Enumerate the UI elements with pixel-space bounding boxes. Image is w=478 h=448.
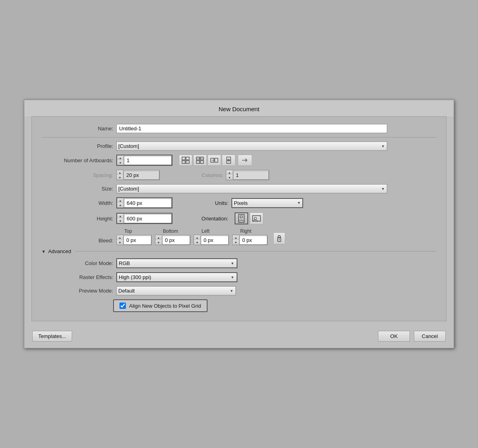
- bleed-right-up-btn[interactable]: ▲: [233, 235, 239, 240]
- arrange-down-icon-btn[interactable]: [222, 155, 235, 166]
- ok-button[interactable]: OK: [378, 331, 410, 342]
- align-checkbox[interactable]: [120, 303, 126, 309]
- width-up-btn[interactable]: ▲: [117, 198, 123, 203]
- portrait-btn[interactable]: [235, 212, 248, 224]
- grid-by-row-icon-btn[interactable]: [179, 155, 192, 166]
- spacing-label: Spacing:: [41, 172, 113, 178]
- bleed-bottom-spinner: ▲ ▼: [155, 235, 190, 245]
- profile-row: Profile: [Custom] Print Web Mobile Video…: [41, 141, 437, 151]
- advanced-label: Advanced: [48, 248, 71, 254]
- columns-input[interactable]: [233, 171, 269, 180]
- spacing-spinner-arrows: ▲ ▼: [117, 170, 123, 180]
- preview-mode-select-wrapper: Default Pixel Overprint: [116, 286, 236, 295]
- svg-point-17: [240, 216, 243, 218]
- svg-rect-6: [196, 161, 200, 163]
- spacing-row: Spacing: ▲ ▼ Columns: ▲ ▼: [41, 170, 437, 180]
- new-document-dialog: New Document Name: Profile: [Custom] Pri…: [24, 100, 454, 348]
- artboards-input[interactable]: [124, 156, 172, 165]
- bleed-right-spinner: ▲ ▼: [232, 235, 268, 245]
- color-mode-label: Color Mode:: [41, 260, 113, 266]
- grid-by-col-icon-btn[interactable]: [193, 155, 207, 166]
- height-down-btn[interactable]: ▼: [117, 218, 123, 223]
- width-spinner-arrows: ▲ ▼: [117, 198, 124, 208]
- name-label: Name:: [41, 126, 113, 132]
- bleed-left-arrows: ▲ ▼: [194, 235, 201, 245]
- advanced-header[interactable]: ▼ Advanced: [41, 248, 437, 254]
- bleed-fields: Top ▲ ▼ Bottom ▲ ▼: [116, 228, 285, 245]
- advanced-divider: [74, 251, 437, 252]
- units-select[interactable]: Pixels Inches Centimeters Millimeters Po…: [231, 198, 303, 208]
- svg-rect-1: [186, 157, 189, 160]
- landscape-btn[interactable]: [250, 212, 263, 224]
- size-row: Size: [Custom] Letter A4 A3 Tabloid: [41, 184, 437, 193]
- orientation-label: Orientation:: [172, 216, 228, 222]
- bleed-right-down-btn[interactable]: ▼: [233, 240, 239, 245]
- preview-mode-label: Preview Mode:: [41, 288, 113, 294]
- bleed-bottom-label: Bottom: [163, 228, 178, 234]
- spacing-up-btn[interactable]: ▲: [117, 170, 123, 175]
- spacing-spinner: ▲ ▼: [116, 170, 160, 180]
- preview-mode-select[interactable]: Default Pixel Overprint: [116, 286, 236, 295]
- height-up-btn[interactable]: ▲: [117, 214, 123, 218]
- templates-button[interactable]: Templates...: [32, 331, 72, 342]
- columns-label: Columns:: [192, 172, 223, 178]
- columns-down-btn[interactable]: ▼: [226, 175, 233, 180]
- advanced-content: Color Mode: RGB CMYK Raster Effects: Hig…: [41, 258, 437, 312]
- bleed-bottom-down-btn[interactable]: ▼: [155, 240, 162, 245]
- profile-select[interactable]: [Custom] Print Web Mobile Video and Film…: [116, 141, 387, 151]
- raster-effects-select[interactable]: High (300 ppi) Medium (150 ppi) Low (72 …: [117, 273, 237, 281]
- artboards-up-btn[interactable]: ▲: [117, 155, 123, 160]
- bleed-right-input[interactable]: [239, 236, 267, 245]
- advanced-triangle-icon: ▼: [41, 249, 46, 254]
- width-label: Width:: [41, 200, 113, 206]
- raster-effects-row: Raster Effects: High (300 ppi) Medium (1…: [41, 272, 437, 282]
- color-mode-select[interactable]: RGB CMYK: [117, 259, 237, 267]
- bleed-left-input[interactable]: [201, 236, 229, 245]
- artboards-down-btn[interactable]: ▼: [117, 160, 123, 165]
- svg-rect-3: [186, 161, 189, 163]
- artboard-icons: [179, 155, 252, 166]
- artboards-spinner-group: ▲ ▼: [116, 155, 172, 166]
- bleed-bottom-up-btn[interactable]: ▲: [155, 235, 162, 240]
- spacing-input[interactable]: [123, 171, 159, 180]
- bleed-top-col: Top ▲ ▼: [116, 228, 152, 245]
- cancel-button[interactable]: Cancel: [414, 331, 446, 342]
- preview-mode-row: Preview Mode: Default Pixel Overprint: [41, 286, 437, 295]
- footer-left: Templates...: [32, 331, 72, 342]
- raster-effects-label: Raster Effects:: [41, 274, 113, 280]
- svg-rect-10: [215, 158, 218, 162]
- height-input[interactable]: [124, 214, 172, 223]
- svg-rect-0: [182, 157, 185, 160]
- bleed-bottom-input[interactable]: [162, 236, 190, 245]
- bleed-row: Bleed: Top ▲ ▼ Bottom: [41, 228, 437, 245]
- bleed-top-down-btn[interactable]: ▼: [117, 240, 123, 245]
- divider-1: [41, 137, 437, 138]
- bleed-top-up-btn[interactable]: ▲: [117, 235, 123, 240]
- width-down-btn[interactable]: ▼: [117, 203, 123, 208]
- width-units-row: Width: ▲ ▼ Units: Pixels Inches Centimet…: [41, 197, 437, 208]
- spacing-down-btn[interactable]: ▼: [117, 175, 123, 180]
- next-artboard-icon-btn[interactable]: [238, 155, 252, 166]
- dialog-title: New Document: [24, 100, 454, 116]
- width-input[interactable]: [124, 198, 172, 208]
- columns-spinner-arrows: ▲ ▼: [226, 170, 233, 180]
- height-orient-row: Height: ▲ ▼ Orientation:: [41, 212, 437, 224]
- bleed-left-up-btn[interactable]: ▲: [194, 235, 200, 240]
- bleed-left-down-btn[interactable]: ▼: [194, 240, 200, 245]
- color-mode-select-wrapper: RGB CMYK: [116, 258, 237, 268]
- color-mode-row: Color Mode: RGB CMYK: [41, 258, 437, 268]
- svg-rect-2: [182, 161, 185, 163]
- bleed-top-input[interactable]: [123, 236, 151, 245]
- height-label: Height:: [41, 216, 113, 222]
- bleed-link-btn[interactable]: [273, 232, 285, 244]
- artboards-label: Number of Artboards:: [41, 157, 113, 163]
- bleed-bottom-arrows: ▲ ▼: [155, 235, 162, 245]
- dialog-body: Name: Profile: [Custom] Print Web Mobile…: [31, 116, 447, 321]
- columns-up-btn[interactable]: ▲: [226, 170, 233, 175]
- spacing-section: Spacing: ▲ ▼: [41, 170, 160, 180]
- arrange-right-icon-btn[interactable]: [208, 155, 221, 166]
- name-input[interactable]: [116, 124, 387, 133]
- size-select[interactable]: [Custom] Letter A4 A3 Tabloid: [116, 184, 387, 193]
- bleed-label: Bleed:: [41, 238, 113, 245]
- artboards-spinner-arrows: ▲ ▼: [117, 155, 124, 165]
